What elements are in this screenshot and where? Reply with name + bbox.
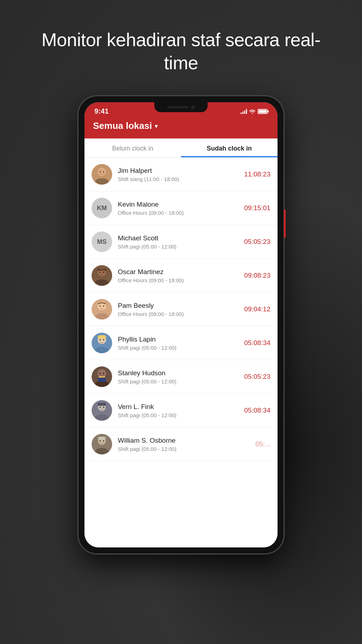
employee-name: Michael Scott	[118, 234, 238, 242]
employee-name: Phyllis Lapin	[118, 335, 238, 343]
list-item[interactable]: Oscar Martinez Office Hours (09:00 - 18:…	[84, 259, 278, 293]
top-bar[interactable]: Semua lokasi ▾	[84, 119, 278, 138]
list-item[interactable]: Jim Halpert Shift siang (11:00 - 18:00) …	[84, 158, 278, 191]
pam-avatar-svg	[92, 299, 112, 320]
phone-notch	[154, 102, 208, 112]
employee-list: Jim Halpert Shift siang (11:00 - 18:00) …	[84, 158, 278, 547]
list-item[interactable]: Pam Beesly Office Hours (09:00 - 18:00) …	[84, 293, 278, 326]
clock-time: 09:08:23	[244, 272, 270, 279]
list-item[interactable]: Stanley Hudson Shift pagi (05:00 - 12:00…	[84, 360, 278, 394]
list-item[interactable]: Vern L. Fink Shift pagi (05:00 - 12:00) …	[84, 394, 278, 427]
employee-name: Stanley Hudson	[118, 369, 238, 377]
employee-info: Jim Halpert Shift siang (11:00 - 18:00)	[118, 167, 238, 182]
clock-time: 05:08:34	[244, 406, 270, 414]
tab-sudah-clock-in[interactable]: Sudah clock in	[181, 138, 278, 157]
employee-name: Jim Halpert	[118, 167, 238, 175]
phone-side-button	[284, 209, 286, 238]
tab-belum-clock-in[interactable]: Belum clock in	[84, 138, 181, 157]
jim-avatar-svg	[92, 164, 112, 185]
status-icons	[241, 109, 268, 114]
avatar	[92, 164, 112, 185]
avatar	[92, 366, 112, 387]
status-time: 9:41	[94, 107, 109, 115]
employee-info: Stanley Hudson Shift pagi (05:00 - 12:00…	[118, 369, 238, 384]
svg-rect-24	[99, 376, 105, 378]
svg-point-22	[103, 373, 104, 374]
employee-info: Phyllis Lapin Shift pagi (05:00 - 12:00)	[118, 335, 238, 351]
svg-point-27	[100, 406, 101, 408]
svg-point-16	[100, 339, 101, 340]
avatar	[92, 333, 112, 353]
clock-time: 05:05:23	[244, 373, 270, 381]
page-headline: Monitor kehadiran staf secara real-time	[0, 0, 362, 96]
employee-shift: Shift pagi (05:00 - 12:00)	[118, 244, 238, 250]
employee-shift: Office Hours (09:00 - 18:00)	[118, 210, 238, 216]
avatar: MS	[92, 231, 112, 252]
employee-shift: Shift pagi (05:00 - 12:00)	[118, 345, 238, 351]
employee-name: Oscar Martinez	[118, 268, 238, 276]
svg-rect-29	[98, 403, 106, 406]
svg-rect-9	[97, 269, 106, 271]
svg-point-21	[100, 373, 101, 374]
svg-rect-23	[98, 377, 106, 382]
clock-time: 05:05:23	[244, 238, 270, 246]
employee-info: William S. Osborne Shift pagi (05:00 - 1…	[118, 437, 250, 452]
svg-rect-34	[98, 437, 106, 439]
location-text: Semua lokasi	[93, 120, 152, 131]
phone-frame: 9:41 Semua lokasi ▾ Be	[78, 96, 284, 554]
svg-point-33	[103, 440, 104, 442]
phone-screen: 9:41 Semua lokasi ▾ Be	[84, 102, 278, 547]
employee-name: William S. Osborne	[118, 437, 250, 444]
clock-time: 05:08:34	[244, 339, 270, 347]
svg-point-13	[103, 305, 104, 307]
svg-point-7	[100, 272, 101, 273]
employee-shift: Shift siang (11:00 - 18:00)	[118, 176, 238, 182]
employee-info: Vern L. Fink Shift pagi (05:00 - 12:00)	[118, 403, 238, 418]
employee-shift: Shift pagi (05:00 - 12:00)	[118, 412, 238, 418]
phone-speaker	[167, 106, 188, 108]
svg-point-3	[100, 171, 101, 173]
stanley-avatar-svg	[92, 366, 112, 387]
avatar: KM	[92, 198, 112, 218]
employee-name: Pam Beesly	[118, 302, 238, 310]
phone-camera	[191, 105, 195, 109]
employee-info: Michael Scott Shift pagi (05:00 - 12:00)	[118, 234, 238, 250]
employee-info: Kevin Malone Office Hours (09:00 - 18:00…	[118, 201, 238, 216]
phyllis-avatar-svg	[92, 333, 112, 353]
clock-time: 09:04:12	[244, 305, 270, 313]
list-item[interactable]: William S. Osborne Shift pagi (05:00 - 1…	[84, 427, 278, 461]
avatar	[92, 434, 112, 454]
employee-name: Kevin Malone	[118, 201, 238, 208]
location-selector[interactable]: Semua lokasi ▾	[93, 120, 158, 131]
oscar-avatar-svg	[92, 265, 112, 286]
wifi-icon	[249, 109, 256, 114]
employee-shift: Office Hours (09:00 - 18:00)	[118, 277, 238, 283]
svg-point-12	[100, 305, 101, 307]
clock-time: 05:...	[256, 440, 270, 448]
svg-rect-18	[98, 335, 106, 339]
svg-point-8	[103, 272, 104, 273]
list-item[interactable]: KM Kevin Malone Office Hours (09:00 - 18…	[84, 191, 278, 225]
employee-shift: Office Hours (09:00 - 18:00)	[118, 311, 238, 317]
avatar	[92, 265, 112, 286]
svg-point-32	[100, 440, 101, 442]
avatar	[92, 299, 112, 320]
svg-point-28	[103, 406, 104, 408]
avatar	[92, 400, 112, 421]
employee-shift: Shift pagi (05:00 - 12:00)	[118, 378, 238, 384]
svg-point-17	[103, 339, 104, 340]
clock-time: 09:15:01	[244, 204, 270, 212]
signal-icon	[241, 109, 247, 114]
list-item[interactable]: MS Michael Scott Shift pagi (05:00 - 12:…	[84, 225, 278, 259]
battery-icon	[258, 109, 268, 114]
employee-shift: Shift pagi (05:00 - 12:00)	[118, 446, 250, 452]
william-avatar-svg	[92, 434, 112, 454]
employee-info: Pam Beesly Office Hours (09:00 - 18:00)	[118, 302, 238, 317]
list-item[interactable]: Phyllis Lapin Shift pagi (05:00 - 12:00)…	[84, 326, 278, 360]
vern-avatar-svg	[92, 400, 112, 421]
svg-point-4	[103, 171, 104, 173]
employee-name: Vern L. Fink	[118, 403, 238, 411]
dropdown-arrow-icon: ▾	[155, 123, 158, 130]
tab-bar: Belum clock in Sudah clock in	[84, 138, 278, 158]
clock-time: 11:08:23	[244, 170, 270, 178]
